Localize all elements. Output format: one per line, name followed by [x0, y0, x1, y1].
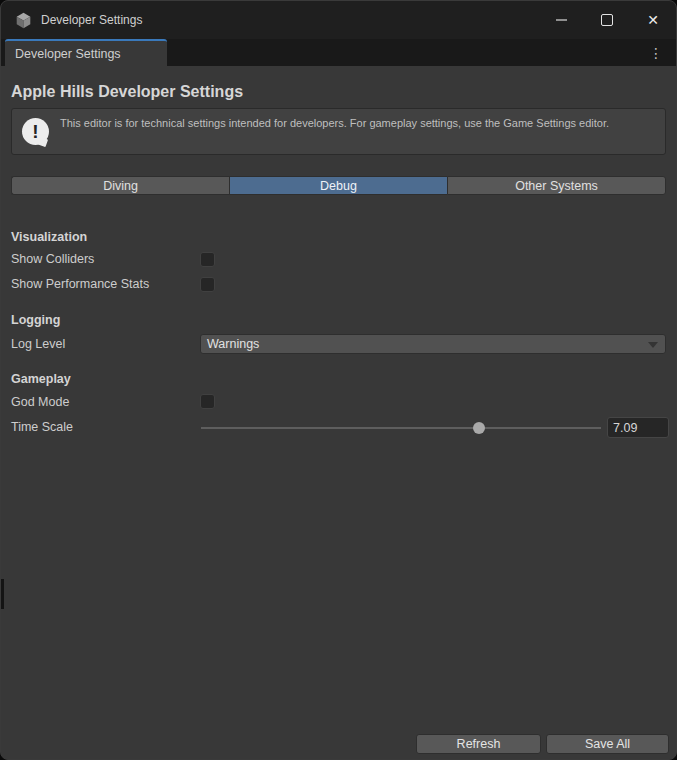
close-button[interactable]: ✕: [630, 1, 676, 39]
notice-box: ! This editor is for technical settings …: [11, 108, 666, 155]
label-god-mode: God Mode: [11, 395, 69, 409]
checkbox-show-colliders[interactable]: [200, 252, 215, 267]
developer-settings-window: Developer Settings ✕ Developer Settings …: [0, 0, 677, 760]
maximize-icon: [601, 14, 613, 26]
page-title: Apple Hills Developer Settings: [11, 83, 243, 101]
maximize-button[interactable]: [584, 1, 630, 39]
section-title-logging: Logging: [11, 313, 60, 327]
label-time-scale: Time Scale: [11, 420, 73, 434]
minimize-button[interactable]: [538, 1, 584, 39]
notice-text: This editor is for technical settings in…: [60, 116, 651, 131]
tab-diving[interactable]: Diving: [11, 176, 229, 195]
alert-bubble-icon: !: [22, 118, 49, 145]
minimize-icon: [556, 19, 567, 21]
tab-other-systems[interactable]: Other Systems: [447, 176, 666, 195]
input-time-scale-value[interactable]: 7.09: [607, 417, 669, 438]
checkbox-god-mode[interactable]: [200, 394, 215, 409]
window-title: Developer Settings: [41, 13, 142, 27]
dropdown-log-level[interactable]: Warnings: [200, 334, 666, 354]
section-title-gameplay: Gameplay: [11, 372, 71, 386]
chevron-down-icon: [648, 342, 658, 348]
refresh-button[interactable]: Refresh: [416, 734, 541, 754]
save-all-button[interactable]: Save All: [546, 734, 669, 754]
titlebar: Developer Settings ✕: [1, 1, 676, 39]
tab-debug[interactable]: Debug: [229, 176, 447, 195]
tab-developer-settings[interactable]: Developer Settings: [5, 39, 167, 66]
dropdown-log-level-value: Warnings: [207, 337, 259, 351]
label-log-level: Log Level: [11, 337, 65, 351]
window-controls: ✕: [538, 1, 676, 39]
editor-tab-bar: Developer Settings ⋮: [1, 39, 676, 66]
label-show-colliders: Show Colliders: [11, 252, 94, 266]
unity-app-icon: [15, 12, 32, 29]
time-scale-value: 7.09: [613, 421, 637, 435]
tab-label: Developer Settings: [15, 47, 121, 61]
left-edge-shadow: [1, 579, 4, 609]
slider-time-scale-thumb[interactable]: [473, 422, 485, 434]
label-show-performance-stats: Show Performance Stats: [11, 277, 149, 291]
section-tabs: Diving Debug Other Systems: [11, 176, 666, 195]
checkbox-show-performance-stats[interactable]: [200, 277, 215, 292]
exclamation-icon: !: [22, 118, 49, 145]
tab-menu-kebab-icon[interactable]: ⋮: [649, 39, 663, 66]
close-icon: ✕: [647, 13, 659, 27]
section-title-visualization: Visualization: [11, 230, 87, 244]
slider-time-scale-track[interactable]: [201, 427, 601, 429]
